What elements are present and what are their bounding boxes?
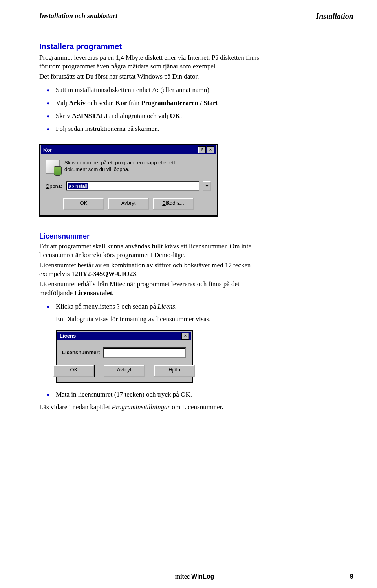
cancel-button[interactable]: Avbryt [108,198,149,210]
install-paragraph-2: Det förutsätts att Du först har startat … [39,72,259,81]
ok-button[interactable]: OK [53,365,94,377]
open-label: Öppna: [46,183,62,189]
license-bullets-1: Klicka på menylistens ? och sedan på Lic… [39,302,276,311]
install-paragraph-1: Programmet levereras på en 1,4 Mbyte dis… [39,53,259,71]
license-paragraph-3: Licensnumret erhålls från Mitec när prog… [39,280,259,297]
ok-button[interactable]: OK [63,198,104,210]
run-dialog-titlebar[interactable]: Kör ? × [41,145,216,154]
install-bullet-3: Skriv A:\INSTALL i dialogrutan och välj … [56,112,276,121]
page-number: 9 [350,573,353,580]
close-icon[interactable]: × [181,333,189,340]
install-bullets: Sätt in installationsdisketten i enhet A… [39,86,276,134]
section-title-install: Installera programmet [39,42,353,51]
header-left: Installation och snabbstart [39,12,117,21]
header-right: Installation [316,12,353,21]
page-footer: mitec WinLog 9 [39,571,353,580]
license-paragraph-4: Läs vidare i nedan kapitlet Programinstä… [39,403,259,412]
license-bullet-2: Mata in licensnumret (17 tecken) och try… [56,390,276,399]
close-icon[interactable]: × [207,146,214,153]
install-bullet-4: Följ sedan instruktionerna på skärmen. [56,125,276,134]
page-header: Installation och snabbstart Installation [39,12,353,22]
section-title-license: Licensnummer [39,232,353,241]
install-bullet-1: Sätt in installationsdisketten i enhet A… [56,86,276,95]
license-bullets-2: Mata in licensnumret (17 tecken) och try… [39,390,276,399]
run-dialog-description: Skriv in namnet på ett program, en mapp … [64,160,182,174]
open-input[interactable]: a:\install [66,181,199,191]
license-subtext: En Dialogruta visas för inmatning av lic… [56,315,260,323]
chevron-down-icon [205,185,209,187]
run-dialog: Kör ? × Skriv in namnet på ett program, … [39,144,218,217]
help-button[interactable]: Hjälp [154,365,195,377]
footer-brand: mitec WinLog [175,573,214,580]
help-icon[interactable]: ? [198,146,206,153]
license-dialog-titlebar[interactable]: Licens × [57,332,191,340]
open-dropdown-button[interactable] [203,181,211,191]
install-bullet-2: Välj Arkiv och sedan Kör från Programhan… [56,99,276,108]
license-paragraph-2: Licensnumret består av en kombination av… [39,261,259,278]
cancel-button[interactable]: Avbryt [104,365,145,377]
license-number-input[interactable] [103,347,186,358]
license-paragraph-1: För att programmet skall kunna användas … [39,242,259,259]
license-number-label: Licensnummer: [62,349,100,355]
license-bullet-1: Klicka på menylistens ? och sedan på Lic… [56,302,276,311]
run-dialog-title: Kör [42,147,52,153]
run-icon [46,160,60,174]
browse-button[interactable]: Bläddra... [153,198,194,210]
license-dialog: Licens × Licensnummer: OK Avbryt Hjälp [56,330,193,383]
license-dialog-title: Licens [59,333,76,339]
